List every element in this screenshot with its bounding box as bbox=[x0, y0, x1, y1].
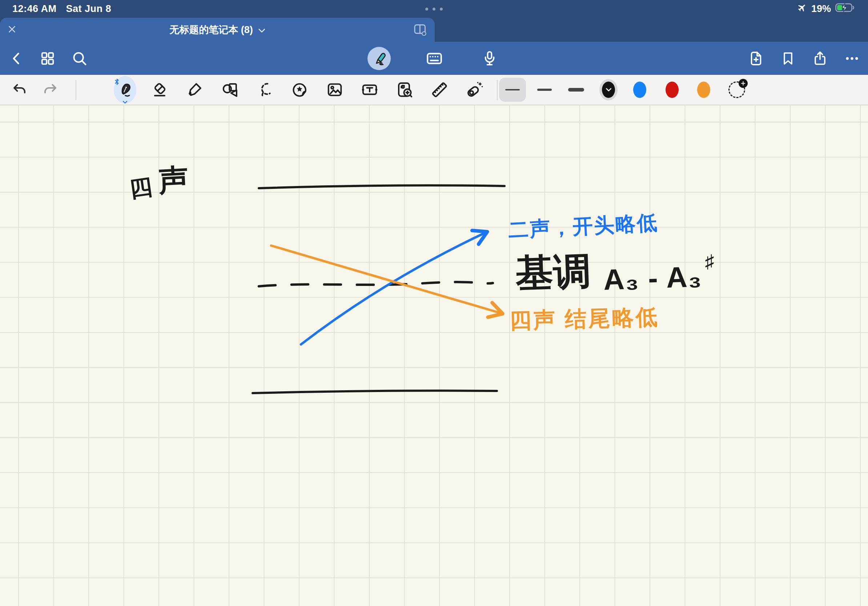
tools-row bbox=[0, 75, 868, 105]
eraser-tool[interactable] bbox=[151, 80, 169, 99]
close-tab-icon[interactable] bbox=[7, 25, 17, 35]
note-canvas[interactable]: 四 声 二声，开头略低 基调 A₃ - A₃ ♯ 四声 结尾略低 bbox=[0, 105, 868, 606]
stroke-bottom-line bbox=[253, 391, 497, 393]
battery-charging-icon bbox=[835, 3, 856, 15]
highlighter-tool[interactable] bbox=[186, 80, 204, 99]
thickness-thick[interactable] bbox=[568, 88, 584, 91]
status-bar: 12:46 AM Sat Jun 8 19% bbox=[0, 0, 868, 18]
color-black-selected[interactable] bbox=[599, 79, 618, 100]
stroke-orange-arrow bbox=[271, 246, 501, 313]
notebook-title[interactable]: 无标题的笔记本 (8) bbox=[169, 23, 265, 36]
stroke-dashed-midline bbox=[259, 282, 493, 286]
tab-bar: 无标题的笔记本 (8) bbox=[0, 18, 868, 42]
thickness-thin[interactable] bbox=[499, 78, 526, 102]
thickness-medium[interactable] bbox=[537, 89, 552, 91]
title-chevron-down-icon bbox=[258, 24, 265, 36]
undo-icon[interactable] bbox=[10, 80, 28, 99]
main-toolbar bbox=[0, 42, 868, 75]
notebook-title-text: 无标题的笔记本 (8) bbox=[169, 23, 253, 36]
back-chevron-icon[interactable] bbox=[9, 51, 25, 66]
elements-tool[interactable] bbox=[395, 80, 414, 99]
multitask-handle-dots[interactable] bbox=[425, 8, 443, 11]
color-blue[interactable] bbox=[633, 82, 646, 98]
toolbar-divider bbox=[497, 80, 498, 100]
color-orange[interactable] bbox=[697, 82, 710, 98]
status-time: 12:46 AM bbox=[12, 3, 57, 14]
add-color-plus-icon bbox=[739, 79, 748, 88]
shapes-tool[interactable] bbox=[221, 80, 240, 99]
bluetooth-icon bbox=[114, 78, 119, 87]
lasso-tool[interactable] bbox=[256, 80, 275, 99]
handwriting-pitch-note: 基调 A₃ - A₃ ♯ bbox=[515, 251, 714, 295]
toolbar-divider bbox=[76, 80, 76, 100]
color-red[interactable] bbox=[665, 82, 679, 98]
pen-tool[interactable] bbox=[114, 76, 136, 104]
status-date: Sat Jun 8 bbox=[66, 3, 112, 14]
pen-mode-icon[interactable] bbox=[367, 47, 391, 70]
handwriting-orange-note: 四声 结尾略低 bbox=[509, 303, 660, 336]
ruler-tool[interactable] bbox=[429, 80, 449, 99]
text-tool[interactable] bbox=[360, 80, 379, 99]
magic-tape-tool[interactable] bbox=[465, 80, 484, 99]
handwriting-heading: 四 声 bbox=[128, 161, 188, 201]
active-tab[interactable]: 无标题的笔记本 (8) bbox=[0, 18, 435, 42]
stroke-top-line bbox=[259, 185, 505, 188]
pen-options-chevron-icon bbox=[122, 99, 128, 105]
microphone-icon[interactable] bbox=[481, 50, 498, 67]
custom-color-picker[interactable] bbox=[728, 81, 745, 98]
share-icon[interactable] bbox=[812, 50, 828, 67]
keyboard-icon[interactable] bbox=[425, 49, 443, 68]
redo-icon[interactable] bbox=[42, 80, 60, 99]
airplane-mode-icon bbox=[797, 3, 807, 15]
more-ellipsis-icon[interactable] bbox=[844, 51, 860, 66]
page-tabs-icon[interactable] bbox=[413, 23, 428, 37]
stroke-blue-arrow bbox=[301, 232, 486, 345]
bookmark-icon[interactable] bbox=[780, 51, 796, 66]
search-icon[interactable] bbox=[71, 50, 88, 67]
thumbnails-grid-icon[interactable] bbox=[39, 50, 56, 67]
battery-percent: 19% bbox=[811, 3, 831, 14]
add-page-icon[interactable] bbox=[748, 50, 764, 67]
image-tool[interactable] bbox=[326, 80, 344, 99]
sticker-tool[interactable] bbox=[290, 80, 309, 99]
